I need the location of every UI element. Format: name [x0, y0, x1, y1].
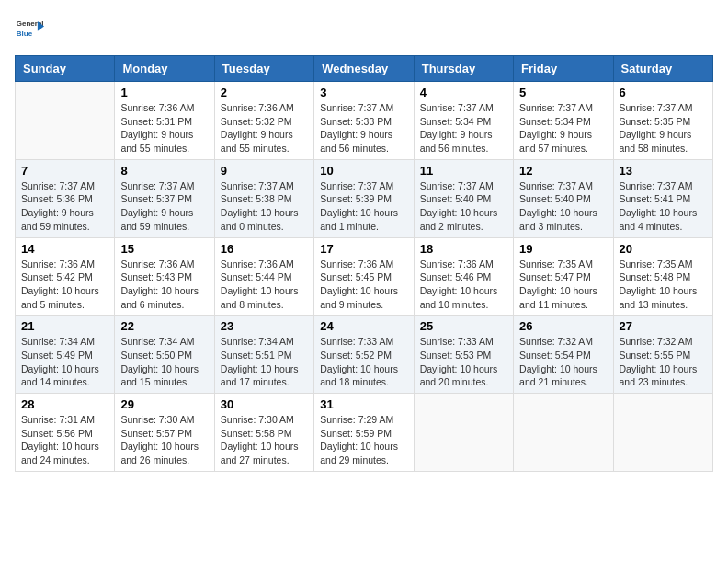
day-number: 5	[519, 86, 607, 99]
day-number: 12	[519, 164, 607, 178]
day-cell	[613, 394, 712, 472]
logo-icon: General Blue	[15, 15, 44, 44]
day-info: Sunrise: 7:30 AMSunset: 5:57 PMDaylight:…	[120, 413, 208, 467]
day-number: 25	[420, 319, 507, 333]
day-number: 9	[221, 164, 308, 178]
day-number: 22	[120, 319, 208, 333]
day-number: 15	[120, 242, 208, 256]
day-header-thursday: Thursday	[414, 56, 513, 82]
day-cell: 24Sunrise: 7:33 AMSunset: 5:52 PMDayligh…	[314, 316, 414, 394]
day-number: 28	[21, 397, 108, 411]
day-number: 30	[221, 397, 308, 411]
day-info: Sunrise: 7:37 AMSunset: 5:41 PMDaylight:…	[620, 179, 707, 234]
day-header-sunday: Sunday	[16, 56, 115, 82]
day-number: 27	[620, 319, 707, 333]
day-number: 21	[21, 319, 108, 333]
day-number: 17	[320, 242, 407, 256]
day-cell: 14Sunrise: 7:36 AMSunset: 5:42 PMDayligh…	[16, 237, 115, 316]
day-cell: 4Sunrise: 7:37 AMSunset: 5:34 PMDaylight…	[414, 82, 513, 160]
day-number: 6	[620, 86, 707, 99]
day-header-wednesday: Wednesday	[314, 56, 414, 82]
week-row-5: 28Sunrise: 7:31 AMSunset: 5:56 PMDayligh…	[16, 394, 713, 472]
day-number: 8	[120, 164, 208, 178]
day-cell: 1Sunrise: 7:36 AMSunset: 5:31 PMDaylight…	[115, 82, 214, 160]
day-number: 10	[320, 164, 407, 178]
day-info: Sunrise: 7:32 AMSunset: 5:54 PMDaylight:…	[519, 335, 607, 389]
day-cell: 2Sunrise: 7:36 AMSunset: 5:32 PMDaylight…	[214, 82, 313, 160]
day-info: Sunrise: 7:37 AMSunset: 5:37 PMDaylight:…	[120, 179, 208, 234]
day-number: 18	[420, 242, 507, 256]
day-header-tuesday: Tuesday	[214, 56, 313, 82]
day-info: Sunrise: 7:29 AMSunset: 5:59 PMDaylight:…	[320, 413, 407, 467]
day-cell: 8Sunrise: 7:37 AMSunset: 5:37 PMDaylight…	[115, 159, 214, 237]
day-cell: 7Sunrise: 7:37 AMSunset: 5:36 PMDaylight…	[16, 159, 115, 237]
week-row-3: 14Sunrise: 7:36 AMSunset: 5:42 PMDayligh…	[16, 237, 713, 316]
day-info: Sunrise: 7:35 AMSunset: 5:47 PMDaylight:…	[519, 258, 607, 312]
day-info: Sunrise: 7:36 AMSunset: 5:31 PMDaylight:…	[120, 101, 208, 155]
day-cell: 31Sunrise: 7:29 AMSunset: 5:59 PMDayligh…	[314, 394, 414, 472]
day-cell: 5Sunrise: 7:37 AMSunset: 5:34 PMDaylight…	[514, 82, 613, 160]
day-info: Sunrise: 7:36 AMSunset: 5:42 PMDaylight:…	[21, 258, 108, 312]
day-info: Sunrise: 7:37 AMSunset: 5:34 PMDaylight:…	[420, 101, 507, 155]
day-info: Sunrise: 7:34 AMSunset: 5:49 PMDaylight:…	[21, 335, 108, 389]
day-number: 1	[120, 86, 208, 99]
day-number: 14	[21, 242, 108, 256]
day-cell: 12Sunrise: 7:37 AMSunset: 5:40 PMDayligh…	[514, 159, 613, 237]
day-cell: 29Sunrise: 7:30 AMSunset: 5:57 PMDayligh…	[115, 394, 214, 472]
day-info: Sunrise: 7:36 AMSunset: 5:46 PMDaylight:…	[420, 258, 507, 312]
day-info: Sunrise: 7:30 AMSunset: 5:58 PMDaylight:…	[221, 413, 308, 467]
week-row-2: 7Sunrise: 7:37 AMSunset: 5:36 PMDaylight…	[16, 159, 713, 237]
day-cell: 15Sunrise: 7:36 AMSunset: 5:43 PMDayligh…	[115, 237, 214, 316]
day-number: 26	[519, 319, 607, 333]
day-cell: 30Sunrise: 7:30 AMSunset: 5:58 PMDayligh…	[214, 394, 313, 472]
day-cell: 28Sunrise: 7:31 AMSunset: 5:56 PMDayligh…	[16, 394, 115, 472]
day-cell: 21Sunrise: 7:34 AMSunset: 5:49 PMDayligh…	[16, 316, 115, 394]
day-header-monday: Monday	[115, 56, 214, 82]
day-number: 3	[320, 86, 407, 99]
day-number: 2	[221, 86, 308, 99]
day-cell: 17Sunrise: 7:36 AMSunset: 5:45 PMDayligh…	[314, 237, 414, 316]
day-cell: 22Sunrise: 7:34 AMSunset: 5:50 PMDayligh…	[115, 316, 214, 394]
day-cell: 10Sunrise: 7:37 AMSunset: 5:39 PMDayligh…	[314, 159, 414, 237]
day-info: Sunrise: 7:33 AMSunset: 5:53 PMDaylight:…	[420, 335, 507, 389]
day-number: 13	[620, 164, 707, 178]
day-info: Sunrise: 7:32 AMSunset: 5:55 PMDaylight:…	[620, 335, 707, 389]
day-info: Sunrise: 7:37 AMSunset: 5:36 PMDaylight:…	[21, 179, 108, 234]
day-number: 29	[120, 397, 208, 411]
day-number: 19	[519, 242, 607, 256]
day-header-saturday: Saturday	[613, 56, 712, 82]
day-info: Sunrise: 7:36 AMSunset: 5:44 PMDaylight:…	[221, 258, 308, 312]
svg-text:Blue: Blue	[17, 29, 33, 38]
day-cell: 9Sunrise: 7:37 AMSunset: 5:38 PMDaylight…	[214, 159, 313, 237]
day-info: Sunrise: 7:33 AMSunset: 5:52 PMDaylight:…	[320, 335, 407, 389]
day-cell: 19Sunrise: 7:35 AMSunset: 5:47 PMDayligh…	[514, 237, 613, 316]
day-number: 7	[21, 164, 108, 178]
page-header: General Blue	[15, 15, 713, 44]
day-cell: 18Sunrise: 7:36 AMSunset: 5:46 PMDayligh…	[414, 237, 513, 316]
days-header-row: SundayMondayTuesdayWednesdayThursdayFrid…	[16, 56, 713, 82]
day-info: Sunrise: 7:37 AMSunset: 5:34 PMDaylight:…	[519, 101, 607, 155]
day-info: Sunrise: 7:37 AMSunset: 5:35 PMDaylight:…	[620, 101, 707, 155]
day-info: Sunrise: 7:35 AMSunset: 5:48 PMDaylight:…	[620, 258, 707, 312]
day-cell: 20Sunrise: 7:35 AMSunset: 5:48 PMDayligh…	[613, 237, 712, 316]
day-cell: 25Sunrise: 7:33 AMSunset: 5:53 PMDayligh…	[414, 316, 513, 394]
day-number: 23	[221, 319, 308, 333]
day-cell: 11Sunrise: 7:37 AMSunset: 5:40 PMDayligh…	[414, 159, 513, 237]
day-number: 20	[620, 242, 707, 256]
day-info: Sunrise: 7:31 AMSunset: 5:56 PMDaylight:…	[21, 413, 108, 467]
day-cell: 6Sunrise: 7:37 AMSunset: 5:35 PMDaylight…	[613, 82, 712, 160]
day-number: 16	[221, 242, 308, 256]
day-cell: 27Sunrise: 7:32 AMSunset: 5:55 PMDayligh…	[613, 316, 712, 394]
day-info: Sunrise: 7:36 AMSunset: 5:43 PMDaylight:…	[120, 258, 208, 312]
day-info: Sunrise: 7:37 AMSunset: 5:40 PMDaylight:…	[420, 179, 507, 234]
day-cell	[414, 394, 513, 472]
day-info: Sunrise: 7:37 AMSunset: 5:39 PMDaylight:…	[320, 179, 407, 234]
day-info: Sunrise: 7:36 AMSunset: 5:32 PMDaylight:…	[221, 101, 308, 155]
day-cell: 13Sunrise: 7:37 AMSunset: 5:41 PMDayligh…	[613, 159, 712, 237]
day-info: Sunrise: 7:36 AMSunset: 5:45 PMDaylight:…	[320, 258, 407, 312]
day-cell: 26Sunrise: 7:32 AMSunset: 5:54 PMDayligh…	[514, 316, 613, 394]
day-number: 11	[420, 164, 507, 178]
day-number: 24	[320, 319, 407, 333]
week-row-4: 21Sunrise: 7:34 AMSunset: 5:49 PMDayligh…	[16, 316, 713, 394]
calendar-table: SundayMondayTuesdayWednesdayThursdayFrid…	[15, 55, 713, 472]
